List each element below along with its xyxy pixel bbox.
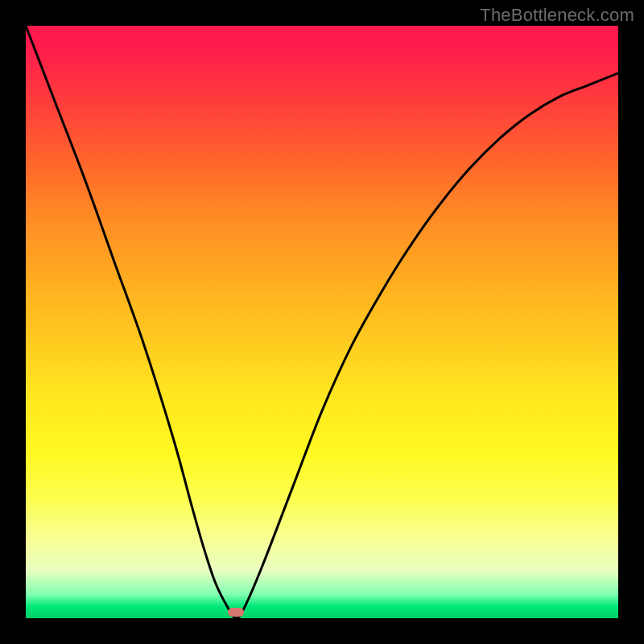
bottleneck-curve <box>26 26 618 618</box>
optimal-marker <box>228 608 244 617</box>
plot-area <box>26 26 618 618</box>
watermark-text: TheBottleneck.com <box>480 5 634 26</box>
curve-svg <box>26 26 618 618</box>
chart-frame: TheBottleneck.com <box>0 0 644 644</box>
